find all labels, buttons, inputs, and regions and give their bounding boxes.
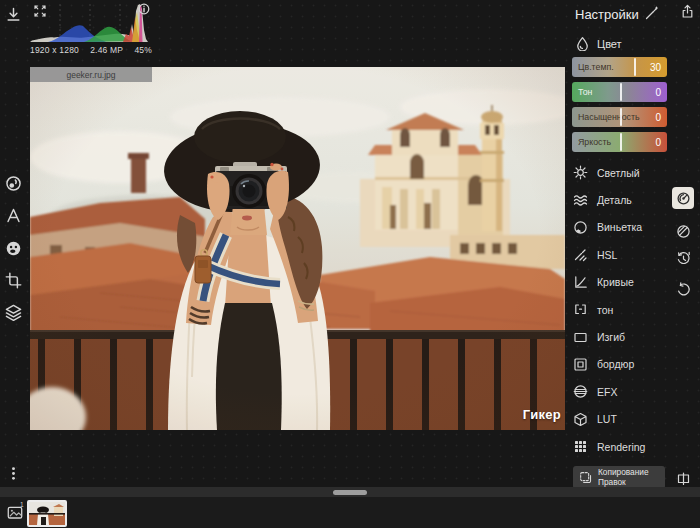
slider-thumb[interactable] (620, 133, 622, 151)
adjustments-menu: Светлый Деталь Виньетка HSL Кривые тон И… (567, 159, 665, 460)
more-vertical-icon (5, 465, 22, 482)
slider-brightness-value: 0 (655, 137, 661, 148)
panel-item-label: Светлый (597, 167, 640, 179)
compare-original-button[interactable] (676, 224, 691, 239)
grid-dots-icon (573, 439, 588, 454)
slider-tint-label: Тон (578, 87, 592, 97)
panel-item-vignette[interactable]: Виньетка (567, 214, 665, 241)
panel-item-label: бордюр (597, 358, 634, 370)
panel-item-border[interactable]: бордюр (567, 351, 665, 378)
slider-saturation-value: 0 (655, 112, 661, 123)
panel-item-lut[interactable]: LUT (567, 406, 665, 433)
bottom-filmstrip-bar (0, 497, 700, 528)
history-button[interactable] (676, 251, 691, 266)
copy-icon (579, 471, 592, 484)
panel-item-detail[interactable]: Деталь (567, 186, 665, 213)
slider-color-temp[interactable]: Цв.темп. 30 (572, 57, 667, 77)
sun-icon (573, 165, 588, 180)
slider-thumb[interactable] (634, 58, 636, 76)
waves-icon (573, 193, 588, 208)
panel-item-label: Изгиб (597, 331, 625, 343)
horizontal-scrollbar[interactable] (333, 490, 367, 495)
slider-saturation[interactable]: Насыщенность 0 (572, 107, 667, 127)
gallery-count-badge: 1 (20, 501, 24, 508)
crop-tool-button[interactable] (5, 272, 22, 289)
histogram-chart (30, 2, 150, 44)
panel-item-label: Виньетка (597, 221, 642, 233)
panel-item-label: Rendering (597, 441, 645, 453)
color-section-header: Цвет (575, 36, 622, 51)
panel-item-light[interactable]: Светлый (567, 159, 665, 186)
slider-brightness-label: Яркость (578, 137, 611, 147)
face-icon (5, 240, 22, 257)
panel-item-label: HSL (597, 249, 617, 261)
info-icon (138, 3, 150, 15)
split-view-icon (676, 471, 691, 486)
panel-item-efx[interactable]: EFX (567, 378, 665, 405)
cube-icon (573, 412, 588, 427)
more-options-button[interactable] (5, 465, 22, 482)
history-icon (676, 251, 691, 266)
megapixels-label: 2.46 MP (90, 45, 123, 55)
panel-item-label: тон (597, 304, 613, 316)
photo-image (30, 67, 565, 430)
slider-color-temp-value: 30 (650, 62, 661, 73)
panel-item-label: LUT (597, 413, 617, 425)
watermark-label: Гикер (523, 407, 561, 422)
layers-icon (5, 304, 22, 321)
globe-lines-icon (573, 384, 588, 399)
slider-tint-value: 0 (655, 87, 661, 98)
filters-tool-button[interactable] (5, 175, 22, 192)
copy-edits-label: Копирование Правок (598, 468, 649, 487)
filename-label: geeker.ru.jpg (66, 70, 115, 80)
image-stats: 1920 x 1280 2.46 MP 45% (30, 45, 152, 55)
slider-brightness[interactable]: Яркость 0 (572, 132, 667, 152)
face-retouch-button[interactable] (5, 240, 22, 257)
vignette-circle-icon (573, 220, 588, 235)
slider-color-temp-label: Цв.темп. (578, 62, 614, 72)
resolution-label: 1920 x 1280 (30, 45, 79, 55)
export-download-button[interactable] (5, 6, 22, 23)
color-section-label: Цвет (597, 38, 622, 50)
panel-item-curves[interactable]: Кривые (567, 269, 665, 296)
text-icon (5, 207, 22, 224)
layers-tool-button[interactable] (5, 304, 22, 321)
border-square-icon (573, 357, 588, 372)
photo-editor-app: { "colors": { "background": "#171717", "… (0, 0, 700, 528)
panel-item-hsl[interactable]: HSL (567, 241, 665, 268)
panel-item-label: Деталь (597, 194, 632, 206)
photo-canvas[interactable] (30, 67, 565, 430)
filmstrip-thumbnail-selected[interactable] (27, 500, 67, 527)
panel-item-rendering[interactable]: Rendering (567, 433, 665, 460)
adjust-dial-button-active[interactable] (672, 187, 694, 209)
panel-item-label: Кривые (597, 276, 634, 288)
expand-fullscreen-button[interactable] (33, 4, 47, 18)
copy-edits-button[interactable]: Копирование Правок (573, 466, 665, 489)
magic-wand-button[interactable] (644, 6, 659, 21)
share-upload-icon (680, 4, 695, 19)
brush-icon (573, 247, 588, 262)
slider-thumb[interactable] (620, 108, 622, 126)
slider-saturation-label: Насыщенность (578, 112, 640, 122)
compare-icon (676, 224, 691, 239)
text-tool-button[interactable] (5, 207, 22, 224)
slider-tint[interactable]: Тон 0 (572, 82, 667, 102)
filters-icon (5, 175, 22, 192)
thumbnail-image (29, 502, 65, 525)
share-export-button[interactable] (680, 4, 695, 19)
distort-frame-icon (573, 330, 588, 345)
panel-item-label: EFX (597, 386, 617, 398)
slider-thumb[interactable] (620, 83, 622, 101)
split-view-button[interactable] (676, 471, 691, 486)
curves-icon (573, 275, 588, 290)
filename-bar: geeker.ru.jpg (30, 67, 152, 82)
magic-wand-icon (644, 6, 659, 21)
panel-title: Настройки (575, 7, 639, 22)
split-tone-icon (573, 302, 588, 317)
reset-undo-button[interactable] (676, 282, 691, 297)
expand-arrows-icon (33, 4, 47, 18)
panel-item-split-tone[interactable]: тон (567, 296, 665, 323)
histogram[interactable] (30, 2, 150, 44)
panel-item-distort[interactable]: Изгиб (567, 323, 665, 350)
info-button[interactable] (138, 3, 150, 15)
